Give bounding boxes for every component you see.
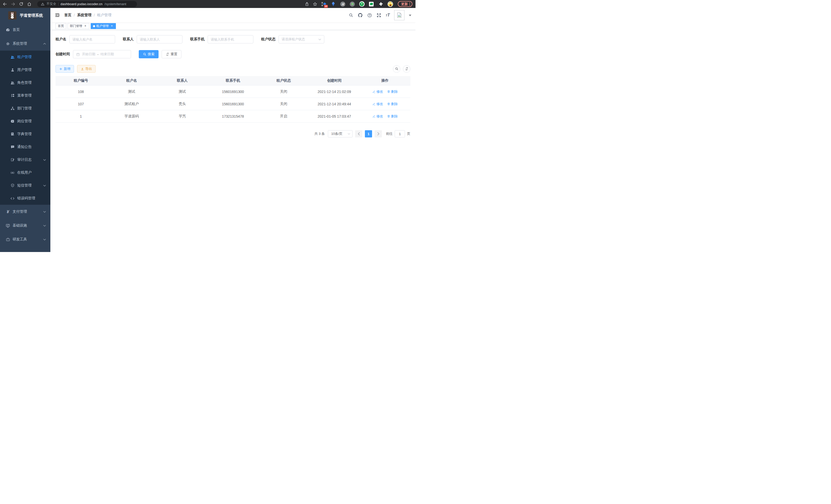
active-dot bbox=[93, 25, 95, 27]
sidebar-item-dict[interactable]: 字典管理 bbox=[0, 128, 50, 141]
date-range-picker[interactable]: 开始日期 - 结束日期 bbox=[73, 50, 131, 58]
prev-page-button[interactable] bbox=[355, 130, 362, 138]
sidebar-item-label: 角色管理 bbox=[17, 80, 32, 85]
cell-tenant-name: 测试租户 bbox=[106, 102, 157, 106]
search-button[interactable]: 搜索 bbox=[139, 50, 159, 58]
export-button[interactable]: 导出 bbox=[77, 65, 95, 73]
app-frame: 芋道管理系统 首页 系统管理 租户管理 bbox=[0, 8, 416, 252]
back-icon[interactable] bbox=[3, 2, 7, 6]
edit-label: 修改 bbox=[376, 89, 383, 94]
help-icon[interactable] bbox=[367, 13, 372, 18]
tenant-name-input[interactable] bbox=[69, 35, 115, 43]
sidebar-item-user[interactable]: 用户管理 bbox=[0, 63, 50, 76]
sidebar-item-payment[interactable]: 支付管理 bbox=[0, 205, 50, 218]
sidebar-item-tenant[interactable]: 租户管理 bbox=[0, 51, 50, 63]
sidebar-item-dev-tools[interactable]: 研发工具 bbox=[0, 233, 50, 246]
sidebar-fold-icon[interactable] bbox=[55, 12, 60, 18]
sidebar-item-system[interactable]: 系统管理 bbox=[0, 37, 50, 51]
yen-icon bbox=[6, 210, 10, 214]
pagination-total: 共 3 条 bbox=[315, 131, 325, 136]
refresh-button[interactable] bbox=[403, 65, 410, 73]
profile-avatar-icon[interactable] bbox=[388, 1, 393, 7]
search-icon[interactable] bbox=[349, 13, 353, 18]
reset-button[interactable]: 重置 bbox=[162, 50, 181, 58]
security-label[interactable]: 不安全 bbox=[47, 2, 56, 6]
sidebar-item-home[interactable]: 首页 bbox=[0, 23, 50, 37]
sidebar-item-sms[interactable]: 短信管理 bbox=[0, 179, 50, 192]
browser-update-button[interactable]: 更新 bbox=[398, 1, 412, 7]
breadcrumb-system[interactable]: 系统管理 bbox=[77, 13, 91, 18]
edit-button[interactable]: 修改 bbox=[372, 102, 383, 106]
extension-puzzle-icon[interactable] bbox=[378, 1, 384, 7]
tag-tenant[interactable]: 租户管理 bbox=[91, 23, 116, 29]
goto-page-input[interactable] bbox=[395, 130, 405, 138]
code-icon bbox=[10, 196, 15, 201]
date-start-placeholder[interactable]: 开始日期 bbox=[82, 52, 95, 57]
sidebar-item-role[interactable]: 角色管理 bbox=[0, 76, 50, 89]
delete-button[interactable]: 删除 bbox=[387, 89, 398, 94]
chevron-up-icon bbox=[43, 43, 46, 45]
status-label: 租户状态 bbox=[261, 37, 276, 41]
delete-label: 删除 bbox=[391, 102, 398, 106]
sidebar-item-online-users[interactable]: 在线用户 bbox=[0, 166, 50, 179]
page-number-1[interactable]: 1 bbox=[365, 130, 372, 138]
extension-chat-icon[interactable] bbox=[369, 1, 374, 7]
phone-field[interactable] bbox=[211, 37, 250, 41]
edit-button[interactable]: 修改 bbox=[372, 89, 383, 94]
sidebar-item-notice[interactable]: 通知公告 bbox=[0, 141, 50, 153]
extension-y-icon[interactable]: Y bbox=[359, 1, 365, 7]
add-button[interactable]: 新增 bbox=[56, 65, 74, 73]
not-secure-warning-icon[interactable] bbox=[41, 2, 45, 6]
url-path: /system/tenant bbox=[105, 2, 126, 6]
close-icon[interactable] bbox=[84, 24, 87, 28]
share-icon[interactable] bbox=[305, 2, 309, 6]
address-bar[interactable]: 不安全 dashboard.yudao.iocoder.cn/system/te… bbox=[37, 1, 137, 7]
extension-command-icon[interactable] bbox=[340, 1, 346, 7]
forward-icon[interactable] bbox=[11, 2, 16, 6]
sidebar-item-label: 审计日志 bbox=[17, 157, 32, 162]
delete-button[interactable]: 删除 bbox=[387, 102, 398, 106]
sidebar-item-error-code[interactable]: 错误码管理 bbox=[0, 192, 50, 205]
browser-menu-icon[interactable] bbox=[409, 2, 410, 6]
sidebar-item-dept[interactable]: 部门管理 bbox=[0, 102, 50, 115]
avatar[interactable] bbox=[394, 10, 404, 20]
extension-balloon-icon[interactable] bbox=[331, 1, 336, 7]
chevron-down-icon bbox=[348, 133, 350, 135]
chevron-down-icon bbox=[318, 38, 321, 40]
tenant-name-field[interactable] bbox=[73, 37, 112, 41]
date-end-placeholder[interactable]: 结束日期 bbox=[101, 52, 114, 57]
bookmark-star-icon[interactable] bbox=[313, 2, 317, 6]
contact-field[interactable] bbox=[140, 37, 179, 41]
font-size-icon[interactable] bbox=[386, 13, 390, 18]
extension-blocks-icon[interactable]: 10 bbox=[321, 1, 326, 7]
sidebar-item-label: 部门管理 bbox=[17, 106, 32, 111]
col-contact: 联系人 bbox=[157, 78, 208, 83]
app-logo[interactable]: 芋道管理系统 bbox=[0, 8, 50, 23]
sidebar-item-infra[interactable]: 基础设施 bbox=[0, 218, 50, 233]
extension-green-dot-icon[interactable] bbox=[349, 1, 355, 7]
filter-row-2: 创建时间 开始日期 - 结束日期 搜索 重置 bbox=[56, 50, 410, 58]
phone-input[interactable] bbox=[208, 35, 253, 43]
tag-home[interactable]: 首页 bbox=[56, 23, 66, 29]
close-icon[interactable] bbox=[110, 24, 114, 28]
sidebar-item-audit-log[interactable]: 审计日志 bbox=[0, 153, 50, 166]
home-icon[interactable] bbox=[27, 2, 32, 6]
tag-label: 租户管理 bbox=[96, 24, 109, 28]
next-page-button[interactable] bbox=[375, 130, 382, 138]
filter-contact: 联系人 bbox=[123, 35, 182, 43]
fullscreen-icon[interactable] bbox=[376, 13, 381, 18]
edit-button[interactable]: 修改 bbox=[372, 114, 383, 119]
sidebar-item-label: 用户管理 bbox=[17, 67, 32, 72]
github-icon[interactable] bbox=[358, 12, 363, 18]
delete-button[interactable]: 删除 bbox=[387, 114, 398, 119]
sidebar-item-post[interactable]: 岗位管理 bbox=[0, 115, 50, 128]
page-size-select[interactable]: 10条/页 bbox=[328, 130, 352, 138]
avatar-dropdown-caret-icon[interactable] bbox=[409, 14, 411, 18]
reload-icon[interactable] bbox=[19, 2, 23, 6]
breadcrumb-home[interactable]: 首页 bbox=[64, 13, 71, 18]
status-select[interactable]: 请选择租户状态 bbox=[279, 35, 324, 43]
sidebar-item-menu[interactable]: 菜单管理 bbox=[0, 89, 50, 102]
contact-input[interactable] bbox=[137, 35, 182, 43]
tag-dept[interactable]: 部门管理 bbox=[67, 23, 89, 29]
show-search-toggle-button[interactable] bbox=[393, 65, 400, 73]
